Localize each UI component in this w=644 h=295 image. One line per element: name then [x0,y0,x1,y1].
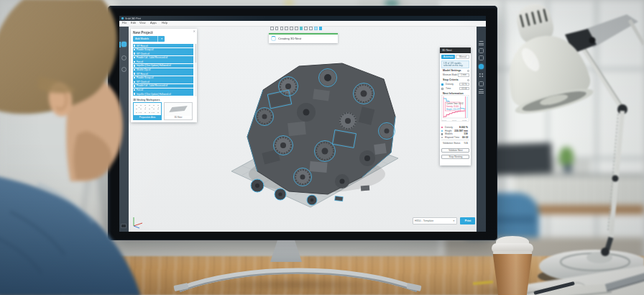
delete-icon[interactable] [479,55,484,60]
lamp-shade [491,0,595,119]
criteria-density-input[interactable]: 12 % [459,83,469,86]
scene: GrabCAD Print File Edit View Apps Help [0,0,644,295]
nest-information-section: Nest Information [441,92,469,95]
nest-panel-icon[interactable] [479,64,484,69]
model-settings-section: Model Settings [441,69,469,72]
nest-panel-title: 3D Nest [442,49,451,52]
analysis-icon[interactable] [479,73,484,78]
tab-automatic[interactable]: Automatic [441,55,455,60]
criteria-label: Density [446,83,454,85]
clock-icon [441,137,443,138]
x-tick: 00:32 [462,119,467,122]
criteria-time-row: Time 01:00 [441,87,469,91]
nest-tool-icon-8[interactable] [304,27,308,30]
checkbox-icon[interactable] [441,88,443,90]
template-select-value: H350 - Template [415,219,433,222]
stat-elapsed-time: Elapsed Time00:32 [441,136,469,139]
height-dot-icon [441,130,443,132]
print-button-label: Print [464,219,470,222]
scrollbar[interactable] [196,44,197,96]
repair-icon[interactable] [479,81,484,86]
nest-tool-icon-2[interactable] [275,27,279,30]
tooltip-height: Height: 220.597 [446,108,460,111]
3d-nest-view[interactable] [220,50,407,216]
nest-tool-icon-3[interactable] [280,27,284,30]
nest-tool-icon-6[interactable] [295,27,298,30]
nest-tool-icon-4[interactable] [285,27,288,30]
tooltip-density: Density: 8.000 [446,105,459,108]
stop-nesting-button[interactable]: Stop Nesting [441,155,469,159]
nest-tool-icon-11[interactable] [319,27,323,30]
nest-settings-panel: 3D Nest Automatic Manual 178 of 178 mode… [440,47,471,165]
x-tick: 00:00 [442,119,447,122]
criteria-time-input[interactable]: 01:00 [459,87,469,91]
selection-info-box: 178 of 178 models selected on this tray. [441,60,469,68]
nest-toolbar [270,27,322,30]
gear-icon[interactable] [467,79,469,81]
coffee-cup [484,236,540,295]
criteria-density-row: Density 12 % [441,83,469,86]
person [0,0,175,295]
sticky-note [285,0,293,5]
criteria-label: Time [446,87,451,89]
tooltip-time: Current Time: 00:32 [446,102,464,105]
density-dot-icon [441,127,443,128]
tab-manual[interactable]: Manual [456,55,469,60]
person-shoulder [0,174,141,295]
spinner-icon [271,36,276,41]
min-spacing-input[interactable]: 1 mm [458,73,469,77]
nest-tool-icon-5[interactable] [290,27,293,30]
validate-nest-button[interactable]: Validate Nest [441,148,469,153]
workspace-label: 3D Nest [175,116,183,118]
nest-panel-header: 3D Nest [440,47,471,53]
stop-criteria-section: Stop Criteria [441,78,469,81]
close-icon[interactable]: ✕ [193,30,196,33]
export-icon[interactable] [479,89,484,94]
section-title: Nest Information [443,92,464,95]
monitor-stand [172,259,424,292]
progress-text: Creating 3D Nest [278,37,301,40]
nest-tool-icon-1[interactable] [270,27,274,30]
print-button[interactable]: Print [460,217,475,224]
models-cube-icon [441,133,443,135]
tray-settings-icon[interactable] [479,48,484,53]
divider [441,140,469,140]
chevron-down-icon: ▾ [454,219,455,222]
section-title: Stop Criteria [443,78,459,81]
right-toolbar [477,27,486,232]
checkbox-checked-icon[interactable] [441,83,443,86]
progress-popup: Creating 3D Nest [269,33,338,43]
nest-tool-icon-9[interactable] [309,27,313,30]
selection-info-text: 178 of 178 models selected on this tray. [443,62,466,67]
validation-status-row: Validation Status N/A [441,142,469,145]
nest-progress-chart: Current Time: 00:32 Density: 8.000 Heigh… [441,95,469,124]
x-tick: 00:16 [452,119,457,122]
cup-body [490,254,535,295]
display-options-icon[interactable] [479,41,484,46]
printer-template-select[interactable]: H350 - Template ▾ [413,217,457,224]
nest-tool-icon-10[interactable] [314,27,318,30]
section-title: Model Settings [443,69,461,72]
nest-tool-icon-7[interactable] [300,27,303,30]
gear-icon[interactable] [467,70,469,72]
min-spacing-row: Minimum Model Spacing 1 mm [441,73,469,77]
